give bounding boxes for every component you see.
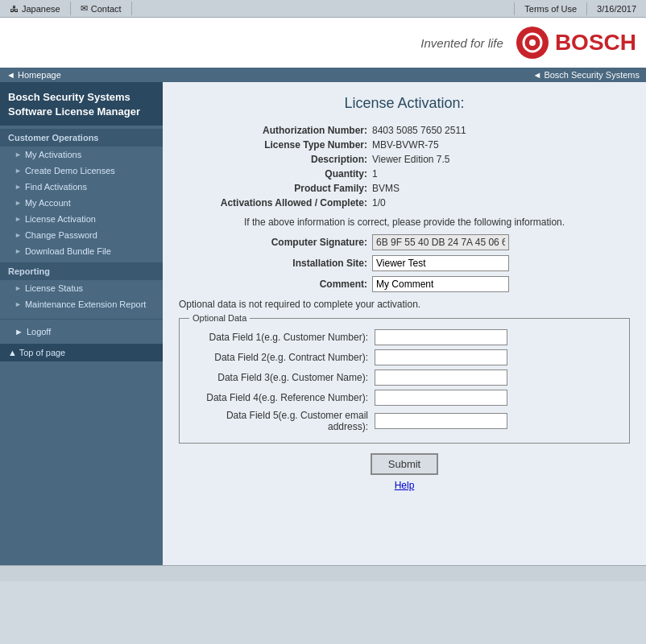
sidebar-item-change-password[interactable]: ► Change Password bbox=[0, 227, 163, 243]
comment-input[interactable] bbox=[372, 276, 509, 292]
page-title: License Activation: bbox=[179, 95, 630, 112]
sidebar-bottom: ► Logoff ▲ Top of page bbox=[0, 319, 163, 361]
activations-value: 1/0 bbox=[372, 197, 386, 208]
sidebar-label-find-activations: Find Activations bbox=[25, 182, 87, 192]
bosch-brand-name: BOSCH bbox=[555, 30, 636, 56]
arrow-icon: ► bbox=[14, 167, 22, 175]
sidebar-item-license-activation[interactable]: ► License Activation bbox=[0, 211, 163, 227]
description-row: Description: Viewer Edition 7.5 bbox=[179, 154, 630, 165]
authorization-number-value: 8403 5085 7650 2511 bbox=[372, 125, 466, 136]
data-field4-input[interactable] bbox=[375, 390, 507, 406]
language-icon: 🖧 bbox=[10, 4, 19, 14]
date-value: 3/16/2017 bbox=[597, 4, 636, 14]
computer-signature-input[interactable] bbox=[372, 234, 509, 250]
reporting-header: Reporting bbox=[0, 262, 163, 280]
header-logo: Invented for life BOSCH bbox=[420, 27, 636, 59]
header: Invented for life BOSCH bbox=[0, 18, 646, 68]
installation-site-row: Installation Site: bbox=[179, 255, 630, 271]
company-link[interactable]: ◄ Bosch Security Systems bbox=[532, 70, 640, 80]
date-display: 3/16/2017 bbox=[586, 2, 646, 15]
sidebar-item-download-bundle-file[interactable]: ► Download Bundle File bbox=[0, 243, 163, 259]
arrow-icon: ► bbox=[14, 151, 22, 159]
data-field5-row: Data Field 5(e.g. Customer email address… bbox=[189, 410, 619, 432]
description-value: Viewer Edition 7.5 bbox=[372, 154, 450, 165]
arrow-icon: ► bbox=[14, 247, 22, 255]
data-field2-row: Data Field 2(e.g. Contract Number): bbox=[189, 349, 619, 365]
sidebar-title-line2: Software License Manager bbox=[8, 105, 140, 118]
installation-site-label: Installation Site: bbox=[179, 258, 372, 269]
quantity-value: 1 bbox=[372, 168, 378, 180]
product-family-row: Product Family: BVMS bbox=[179, 183, 630, 194]
sidebar-item-logoff[interactable]: ► Logoff bbox=[0, 323, 163, 341]
arrow-icon: ► bbox=[14, 284, 22, 292]
help-link[interactable]: Help bbox=[179, 480, 630, 491]
sidebar-item-maintenance-extension-report[interactable]: ► Maintenance Extension Report bbox=[0, 296, 163, 312]
quantity-row: Quantity: 1 bbox=[179, 168, 630, 180]
sidebar-label-my-account: My Account bbox=[25, 198, 71, 208]
data-field2-input[interactable] bbox=[375, 349, 507, 365]
sidebar-item-find-activations[interactable]: ► Find Activations bbox=[0, 179, 163, 195]
terms-label: Terms of Use bbox=[524, 4, 577, 14]
sidebar-divider bbox=[0, 319, 163, 320]
top-of-page-label: ▲ Top of page bbox=[8, 348, 65, 357]
sidebar-label-license-status: License Status bbox=[25, 283, 83, 293]
data-field4-label: Data Field 4(e.g. Reference Number): bbox=[189, 392, 375, 403]
arrow-icon: ► bbox=[14, 231, 22, 239]
arrow-icon: ► bbox=[14, 300, 22, 308]
arrow-icon: ► bbox=[14, 215, 22, 223]
activations-row: Activations Allowed / Complete: 1/0 bbox=[179, 197, 630, 208]
authorization-number-label: Authorization Number: bbox=[179, 125, 372, 136]
sidebar-label-create-demo-licenses: Create Demo Licenses bbox=[25, 166, 115, 175]
arrow-icon: ► bbox=[14, 183, 22, 191]
optional-data-fieldset: Optional Data Data Field 1(e.g. Customer… bbox=[179, 313, 630, 444]
sidebar-item-license-status[interactable]: ► License Status bbox=[0, 280, 163, 296]
authorization-row: Authorization Number: 8403 5085 7650 251… bbox=[179, 125, 630, 136]
data-field2-label: Data Field 2(e.g. Contract Number): bbox=[189, 352, 375, 363]
top-bar: 🖧 Japanese ✉ Contact Terms of Use 3/16/2… bbox=[0, 0, 646, 18]
svg-point-2 bbox=[529, 39, 536, 46]
submit-button[interactable]: Submit bbox=[371, 453, 438, 475]
computer-signature-label: Computer Signature: bbox=[179, 237, 372, 248]
main-layout: Bosch Security Systems Software License … bbox=[0, 82, 646, 565]
data-field3-label: Data Field 3(e.g. Customer Name): bbox=[189, 372, 375, 383]
top-of-page-link[interactable]: ▲ Top of page bbox=[0, 344, 163, 361]
sidebar-item-my-account[interactable]: ► My Account bbox=[0, 195, 163, 211]
submit-area: Submit Help bbox=[179, 453, 630, 491]
license-type-label: License Type Number: bbox=[179, 139, 372, 151]
footer bbox=[0, 565, 646, 581]
optional-note: Optional data is not required to complet… bbox=[179, 299, 630, 310]
data-field1-row: Data Field 1(e.g. Customer Number): bbox=[189, 329, 619, 345]
sidebar-label-license-activation: License Activation bbox=[25, 214, 96, 224]
sidebar-title-line1: Bosch Security Systems bbox=[8, 91, 130, 103]
data-field3-row: Data Field 3(e.g. Customer Name): bbox=[189, 369, 619, 386]
data-field3-input[interactable] bbox=[375, 369, 507, 386]
sidebar: Bosch Security Systems Software License … bbox=[0, 82, 163, 565]
sidebar-label-logoff: Logoff bbox=[27, 327, 51, 336]
instruction-text: If the above information is correct, ple… bbox=[179, 217, 630, 228]
bosch-ring-logo bbox=[516, 27, 549, 59]
data-field1-label: Data Field 1(e.g. Customer Number): bbox=[189, 332, 375, 343]
content-area: License Activation: Authorization Number… bbox=[163, 82, 646, 565]
language-japanese[interactable]: 🖧 Japanese bbox=[0, 2, 71, 15]
sidebar-item-my-activations[interactable]: ► My Activations bbox=[0, 147, 163, 163]
customer-ops-header: Customer Operations bbox=[0, 129, 163, 147]
license-type-row: License Type Number: MBV-BVWR-75 bbox=[179, 139, 630, 151]
sidebar-label-change-password: Change Password bbox=[25, 230, 97, 240]
product-family-value: BVMS bbox=[372, 183, 400, 194]
installation-site-input[interactable] bbox=[372, 255, 509, 271]
sidebar-label-download-bundle-file: Download Bundle File bbox=[25, 246, 111, 256]
product-family-label: Product Family: bbox=[179, 183, 372, 194]
homepage-link[interactable]: ◄ Homepage bbox=[6, 70, 61, 80]
terms-link[interactable]: Terms of Use bbox=[514, 2, 586, 15]
data-field4-row: Data Field 4(e.g. Reference Number): bbox=[189, 390, 619, 406]
data-field5-input[interactable] bbox=[375, 413, 507, 429]
invented-slogan: Invented for life bbox=[420, 36, 503, 50]
activations-label: Activations Allowed / Complete: bbox=[179, 197, 372, 208]
computer-signature-row: Computer Signature: bbox=[179, 234, 630, 250]
contact-link[interactable]: ✉ Contact bbox=[71, 2, 132, 15]
comment-label: Comment: bbox=[179, 279, 372, 290]
data-field5-label: Data Field 5(e.g. Customer email address… bbox=[189, 410, 375, 432]
license-type-value: MBV-BVWR-75 bbox=[372, 139, 439, 151]
sidebar-item-create-demo-licenses[interactable]: ► Create Demo Licenses bbox=[0, 163, 163, 179]
data-field1-input[interactable] bbox=[375, 329, 507, 345]
